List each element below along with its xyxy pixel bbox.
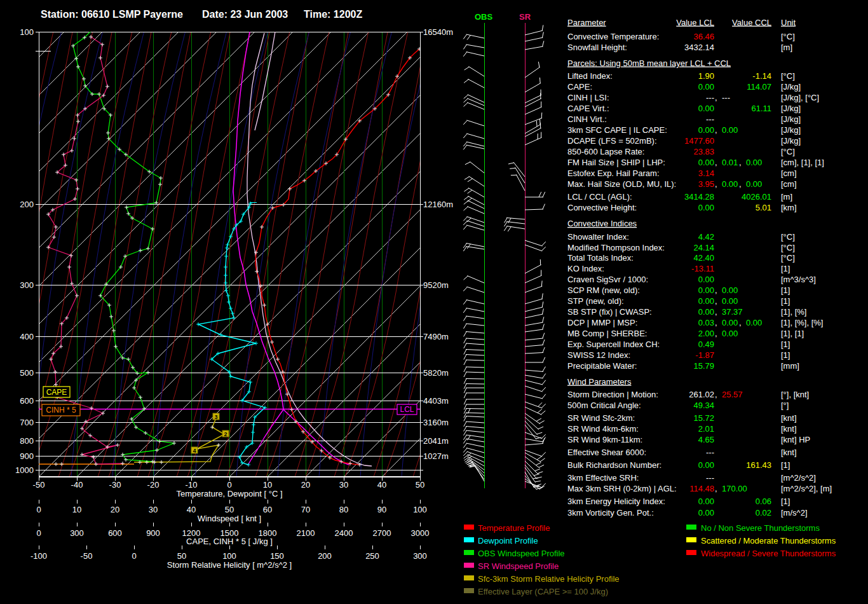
svg-text:[knt] HP: [knt] HP (781, 435, 810, 444)
svg-text:No / Non Severe Thunderstorms: No / Non Severe Thunderstorms (701, 523, 820, 533)
svg-text:0.00: 0.00 (698, 275, 714, 284)
svg-text:SR Windspeed Profile: SR Windspeed Profile (478, 561, 559, 571)
svg-text:SR Wind Sfc-2km:: SR Wind Sfc-2km: (567, 413, 635, 423)
svg-text:0.00: 0.00 (698, 285, 714, 295)
svg-text:900: 900 (146, 528, 160, 538)
svg-text:LCL / CCL (AGL):: LCL / CCL (AGL): (567, 192, 632, 202)
svg-text:CAPE:: CAPE: (567, 82, 592, 92)
svg-text:24.14: 24.14 (693, 243, 714, 252)
svg-text:Convective Height:: Convective Height: (567, 203, 637, 212)
svg-text:9520m: 9520m (423, 280, 449, 290)
svg-text:114.07: 114.07 (747, 82, 771, 92)
svg-text:10: 10 (72, 505, 81, 514)
svg-text:5820m: 5820m (423, 368, 449, 378)
svg-text:2.00: 2.00 (698, 329, 714, 338)
svg-text:1000: 1000 (15, 465, 34, 475)
svg-text:[m]: [m] (781, 43, 792, 52)
svg-text:MB Comp | SHERBE:: MB Comp | SHERBE: (567, 329, 647, 338)
svg-text:0.00: 0.00 (746, 318, 762, 327)
svg-text:SR Wind 9km-11km:: SR Wind 9km-11km: (567, 435, 642, 444)
svg-text:Estofex Exp. Hail Param:: Estofex Exp. Hail Param: (567, 168, 660, 178)
svg-text:[J/kg]: [J/kg] (781, 136, 801, 146)
svg-text:3414.28: 3414.28 (684, 192, 714, 202)
svg-text:3000: 3000 (411, 528, 430, 538)
svg-text:0.49: 0.49 (698, 340, 714, 349)
svg-text:25.57: 25.57 (722, 390, 743, 399)
svg-text:-30: -30 (109, 480, 121, 490)
svg-text:[°C]: [°C] (781, 243, 795, 252)
svg-text:2041m: 2041m (423, 436, 449, 446)
svg-text:,: , (715, 307, 717, 317)
svg-text:1027m: 1027m (423, 451, 449, 461)
svg-text:2: 2 (224, 431, 227, 437)
svg-text:[°C]: [°C] (781, 32, 795, 41)
svg-text:114.48: 114.48 (689, 484, 714, 493)
svg-text:15.72: 15.72 (693, 413, 714, 423)
svg-text:[°C]: [°C] (781, 71, 795, 81)
svg-text:Max 3km SRH (0-2km) | AGL:: Max 3km SRH (0-2km) | AGL: (567, 484, 677, 493)
svg-text:4403m: 4403m (423, 396, 449, 406)
svg-text:50: 50 (416, 480, 424, 490)
svg-text:0.03: 0.03 (698, 318, 714, 327)
svg-text:[1]: [1] (781, 350, 790, 360)
svg-text:SR: SR (519, 12, 531, 22)
svg-text:Station: 06610 LSMP Payerne: Station: 06610 LSMP Payerne (41, 9, 183, 20)
svg-text:12160m: 12160m (423, 200, 453, 209)
svg-text:[m^3/s^3]: [m^3/s^3] (781, 275, 816, 284)
svg-text:[J/kg], [°C]: [J/kg], [°C] (781, 93, 819, 102)
svg-text:[cm]: [cm] (781, 179, 797, 189)
svg-text:800: 800 (20, 436, 34, 446)
svg-text:1.90: 1.90 (698, 71, 714, 81)
svg-text:LCL: LCL (400, 405, 414, 414)
svg-text:100: 100 (222, 551, 236, 561)
svg-text:2100: 2100 (297, 528, 315, 538)
svg-text:0.00: 0.00 (722, 329, 738, 338)
svg-text:0.00: 0.00 (698, 203, 714, 212)
svg-text:[1]: [1] (781, 460, 790, 470)
svg-text:Sfc-3km Storm Relative Helicit: Sfc-3km Storm Relative Helicity Profile (478, 574, 620, 584)
svg-text:0.00: 0.00 (722, 285, 738, 295)
svg-text:0: 0 (132, 551, 136, 561)
svg-text:90: 90 (377, 505, 386, 514)
svg-text:Date: 23 Jun 2003: Date: 23 Jun 2003 (202, 9, 288, 20)
svg-text:SWISS 12 Index:: SWISS 12 Index: (567, 350, 630, 360)
svg-text:3: 3 (214, 414, 217, 420)
svg-text:,: , (715, 285, 717, 295)
svg-text:,: , (739, 179, 742, 189)
svg-text:5.01: 5.01 (756, 203, 771, 212)
svg-text:Unit: Unit (781, 18, 796, 27)
svg-text:40: 40 (377, 480, 386, 490)
svg-text:-1.14: -1.14 (752, 71, 771, 81)
svg-text:[1]: [1] (781, 340, 790, 349)
svg-text:3.14: 3.14 (698, 168, 714, 178)
svg-text:0.00: 0.00 (746, 158, 762, 167)
svg-text:[1]: [1] (781, 264, 790, 273)
svg-text:70: 70 (301, 505, 310, 514)
svg-text:Dewpoint Profile: Dewpoint Profile (478, 536, 538, 546)
svg-text:3km Effective SRH:: 3km Effective SRH: (567, 473, 639, 483)
svg-text:Exp. Supercell Index CH:: Exp. Supercell Index CH: (567, 340, 660, 349)
svg-text:2400: 2400 (335, 528, 353, 538)
svg-text:3km SFC CAPE | IL CAPE:: 3km SFC CAPE | IL CAPE: (567, 125, 667, 135)
svg-text:---: --- (706, 473, 714, 483)
svg-text:4026.01: 4026.01 (742, 192, 771, 202)
svg-text:850-600 Lapse Rate:: 850-600 Lapse Rate: (567, 147, 644, 156)
svg-text:[1], [1]: [1], [1] (781, 329, 804, 338)
svg-text:STP (new, old):: STP (new, old): (567, 296, 624, 306)
svg-text:CINH Virt.:: CINH Virt.: (567, 114, 607, 124)
svg-text:700: 700 (20, 418, 34, 427)
svg-text:2.01: 2.01 (698, 424, 714, 434)
svg-text:50: 50 (225, 505, 234, 514)
svg-text:49.34: 49.34 (693, 401, 714, 410)
svg-text:300: 300 (70, 528, 84, 538)
svg-text:Time: 1200Z: Time: 1200Z (304, 9, 362, 20)
svg-text:170.00: 170.00 (722, 484, 747, 493)
svg-text:0.00: 0.00 (698, 158, 714, 167)
svg-text:600: 600 (20, 396, 34, 406)
svg-text:SB STP (fix) | CWASP:: SB STP (fix) | CWASP: (567, 307, 652, 317)
svg-text:[knt]: [knt] (781, 413, 797, 423)
svg-text:100: 100 (413, 505, 427, 514)
svg-text:30: 30 (339, 480, 348, 490)
svg-text:[1], [%]: [1], [%] (781, 307, 806, 317)
svg-text:10: 10 (263, 480, 272, 490)
